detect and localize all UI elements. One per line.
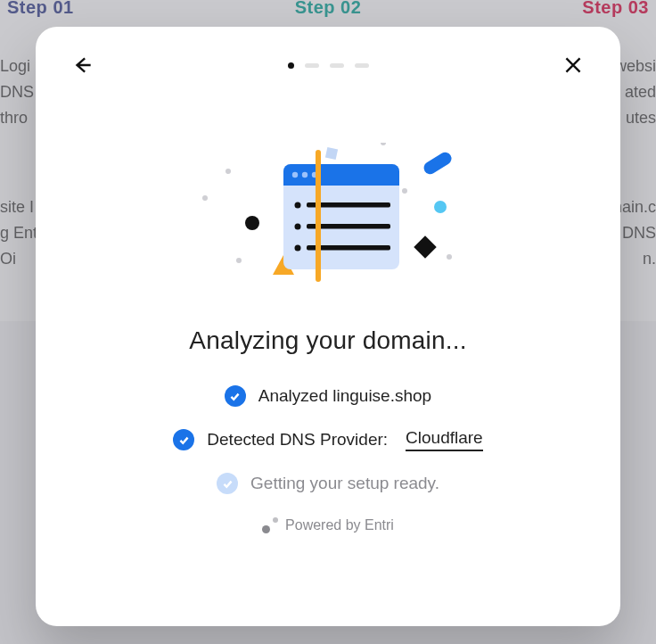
- analysis-steps: Analyzed linguise.shop Detected DNS Prov…: [71, 385, 585, 494]
- svg-rect-2: [422, 150, 454, 177]
- svg-rect-14: [283, 178, 399, 186]
- svg-rect-1: [325, 147, 338, 160]
- svg-point-6: [226, 169, 231, 174]
- close-icon[interactable]: [562, 54, 585, 77]
- svg-point-0: [245, 216, 259, 230]
- step-dns-label: Detected DNS Provider:: [207, 430, 388, 450]
- svg-rect-4: [414, 235, 436, 258]
- svg-point-16: [302, 172, 308, 178]
- svg-point-11: [202, 195, 208, 201]
- progress-dots: [288, 62, 369, 69]
- svg-point-18: [295, 202, 301, 209]
- step-setup-label: Getting your setup ready.: [250, 474, 439, 493]
- step-setup-ready: Getting your setup ready.: [217, 473, 439, 494]
- progress-dot-4: [355, 63, 369, 68]
- dns-provider-value: Cloudflare: [406, 428, 483, 451]
- modal-footer: Powered by Entri: [262, 517, 394, 533]
- svg-point-22: [295, 245, 301, 252]
- step-analyzed-label: Analyzed linguise.shop: [258, 386, 431, 406]
- svg-point-20: [295, 224, 301, 230]
- analyzing-illustration: [150, 143, 506, 294]
- back-icon[interactable]: [71, 54, 94, 77]
- check-icon: [225, 385, 246, 407]
- check-icon: [217, 473, 238, 494]
- progress-dot-2: [305, 63, 319, 68]
- modal-title: Analyzing your domain...: [189, 326, 466, 355]
- svg-rect-24: [316, 150, 321, 282]
- svg-point-10: [447, 254, 452, 260]
- check-icon: [173, 429, 194, 450]
- step-dns-provider: Detected DNS Provider: Cloudflare: [173, 428, 482, 451]
- entri-logo-icon: [262, 517, 278, 533]
- progress-dot-3: [330, 63, 344, 68]
- step-analyzed: Analyzed linguise.shop: [225, 385, 431, 407]
- svg-point-7: [236, 258, 242, 263]
- progress-dot-1: [288, 62, 294, 69]
- modal: Analyzing your domain... Analyzed lingui…: [36, 27, 620, 626]
- svg-point-8: [381, 143, 386, 145]
- footer-text: Powered by Entri: [285, 517, 394, 533]
- svg-point-3: [434, 201, 447, 213]
- svg-point-9: [402, 188, 407, 194]
- svg-point-15: [292, 172, 298, 178]
